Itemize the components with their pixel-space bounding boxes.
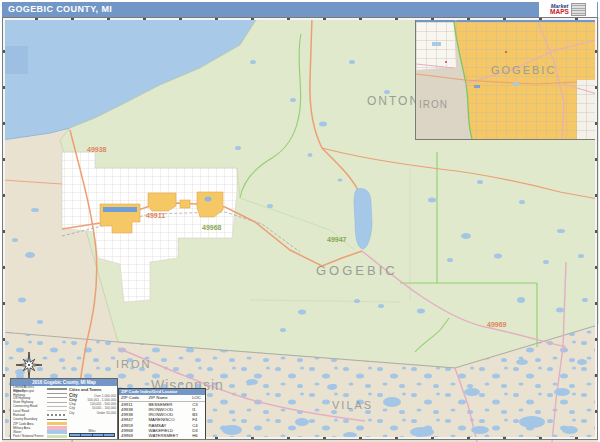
inset-label-iron: IRON bbox=[419, 99, 448, 110]
legend-swatch bbox=[47, 410, 67, 411]
zip-code-label: 49968 bbox=[202, 224, 221, 231]
legend-item-label: County Boundary bbox=[13, 417, 37, 421]
ironwood-water-strip bbox=[103, 207, 137, 212]
legend-item-label: Local Road bbox=[13, 409, 29, 413]
ramsay-city bbox=[180, 200, 190, 208]
legend-swatch bbox=[47, 435, 67, 439]
legend-item-label: US Highway bbox=[13, 396, 30, 400]
legend-swatch bbox=[47, 419, 67, 420]
label-vilas-county: VILAS bbox=[332, 399, 373, 411]
zip-code-index-table: ZIP Code Index/Grid Locator ZIP Code ZIP… bbox=[118, 388, 206, 440]
city-size-label: City bbox=[69, 406, 75, 410]
zip-code-label: 49911 bbox=[146, 212, 165, 219]
legend-swatch bbox=[47, 397, 67, 398]
cities-header: Cities and Towns bbox=[69, 387, 116, 392]
legend-item-label: Connecting Road bbox=[13, 405, 37, 409]
legend-item-label: Railroad bbox=[13, 413, 25, 417]
legend-item-label: Military Area bbox=[13, 426, 30, 430]
map-frame-ticks-left bbox=[2, 17, 5, 440]
zip-code-label: 49947 bbox=[327, 236, 346, 243]
logo-fine-print bbox=[571, 3, 586, 16]
city-size-range: Over 1,000,000 bbox=[94, 394, 116, 398]
legend-item-label: ZIP Code Area bbox=[13, 422, 34, 426]
city-size-row: CityUnder 50,000 bbox=[69, 411, 116, 416]
legend-swatch bbox=[47, 393, 67, 395]
logo-maps-text: MAPS bbox=[550, 9, 569, 16]
cell-name: WATERSMEET bbox=[147, 433, 191, 438]
table-row: 49947MARENISCOF4 bbox=[119, 417, 205, 422]
scale-bar-graphic bbox=[69, 433, 115, 438]
sunday-lake bbox=[205, 197, 212, 202]
label-gogebic-county: GOGEBIC bbox=[316, 263, 398, 278]
page-title: GOGEBIC COUNTY, MI bbox=[8, 4, 112, 14]
inset-map: Ironwood Area Enlargement bbox=[415, 15, 598, 140]
legend-swatch bbox=[47, 426, 67, 430]
lake-superior-deep bbox=[4, 46, 28, 74]
legend-cities-column: Cities and Towns CityOver 1,000,000 City… bbox=[69, 387, 116, 415]
city-size-range: 100,001 - 500,000 bbox=[90, 402, 116, 406]
table-row: 49969WATERSMEETH6 bbox=[119, 433, 205, 438]
inset-label-gogebic: GOGEBIC bbox=[491, 64, 556, 76]
legend-item-label: Park / National Forest bbox=[13, 435, 43, 439]
city-size-label: City bbox=[69, 402, 76, 406]
title-bar: GOGEBIC COUNTY, MI bbox=[2, 2, 598, 17]
city-size-range: 50,001 - 100,000 bbox=[92, 406, 116, 410]
zip-code-label: 49969 bbox=[487, 321, 506, 328]
table-header-row: ZIP Code ZIP Name LOC bbox=[119, 395, 205, 401]
bessemer-city bbox=[148, 193, 176, 211]
scale-bar: Miles bbox=[69, 429, 115, 438]
cell-zip: 49969 bbox=[119, 433, 147, 438]
lake-gogebic bbox=[354, 189, 372, 249]
compass-rose-icon bbox=[16, 352, 42, 378]
legend-item: Park / National Forest bbox=[13, 434, 67, 438]
legend-panel: 2016 Gogebic County, MI Map Limited Acce… bbox=[10, 378, 118, 440]
city-size-range: Under 50,000 bbox=[97, 411, 116, 415]
zip-code-label: 49938 bbox=[87, 146, 106, 153]
legend-swatch bbox=[47, 414, 67, 416]
brand-logo: Market MAPS bbox=[539, 2, 597, 17]
inset-canvas bbox=[416, 22, 597, 139]
wakefield-city bbox=[197, 192, 223, 217]
city-size-label: City bbox=[69, 411, 74, 415]
legend-swatch bbox=[47, 388, 67, 390]
legend-swatch bbox=[47, 430, 67, 434]
label-iron-county: IRON bbox=[116, 358, 152, 370]
legend-symbol-list: Limited Access Highway Other Principal H… bbox=[13, 387, 67, 439]
cell-loc: H6 bbox=[190, 433, 205, 438]
legend-swatch bbox=[47, 402, 67, 403]
legend-swatch bbox=[47, 422, 67, 426]
map-page: GOGEBIC COUNTY, MI Market MAPS GOGEBIC O… bbox=[0, 0, 600, 442]
map-frame-ticks-right bbox=[595, 17, 598, 440]
legend-swatch bbox=[47, 406, 67, 407]
map-frame-ticks-top bbox=[2, 17, 598, 20]
